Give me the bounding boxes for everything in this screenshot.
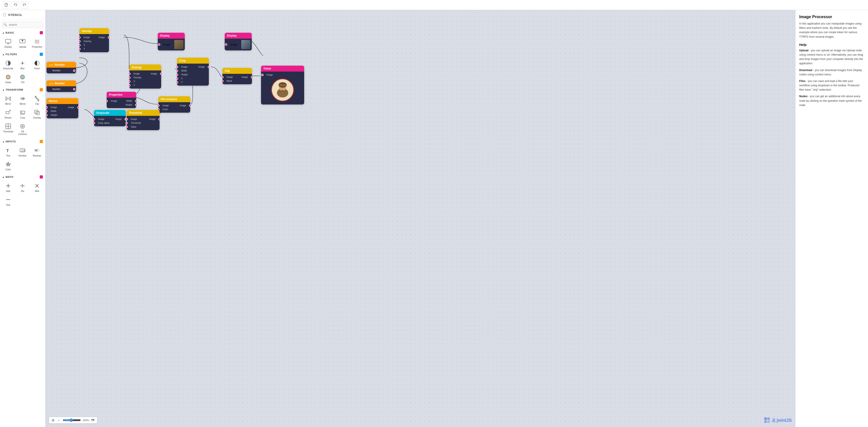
section-header-inputs[interactable]: ▲ INPUTS	[0, 139, 45, 144]
svg-point-11	[23, 63, 24, 64]
search-input[interactable]	[2, 22, 43, 28]
canvas-area[interactable]: ▲▼ Number Number ▲▼ Number Number	[45, 10, 795, 427]
node-number1-value: Number	[48, 68, 74, 73]
section-label-inputs: INPUTS	[6, 140, 16, 143]
svg-marker-43	[6, 162, 10, 166]
files-text: - you can save and load a file with your…	[799, 80, 859, 91]
svg-point-23	[22, 97, 25, 100]
port-left	[176, 70, 178, 72]
chevron-icon-inputs: ▲	[2, 140, 5, 143]
boolean-label: Boolean	[33, 154, 41, 157]
sidebar-item-properties[interactable]: Properties	[30, 36, 44, 50]
download-key: Download	[799, 68, 812, 72]
svg-rect-34	[36, 112, 39, 115]
sidebar-item-mult[interactable]: Mult	[30, 181, 44, 194]
sub-icon	[4, 196, 12, 203]
sidebar-item-boolean[interactable]: Boolean	[30, 145, 44, 158]
svg-point-12	[22, 61, 23, 62]
node-greyscale[interactable]: Greyscale Image Image Keep alpha	[94, 110, 126, 126]
zoom-fit-button[interactable]: ⊞	[51, 418, 55, 423]
sidebar-item-sub[interactable]: Sub	[1, 195, 15, 207]
resize-label: Resize	[5, 116, 12, 119]
port-left	[78, 44, 81, 46]
node-number2[interactable]: ▲▼ Number Number	[46, 80, 76, 92]
section-items-filters: Greyscale Blur Invert Sepia	[0, 57, 45, 87]
sidebar-item-overlay[interactable]: Overlay	[30, 108, 44, 120]
boolean-icon	[33, 147, 41, 154]
node-clip[interactable]: Clip Image Image Mask	[222, 68, 252, 84]
sidebar-item-display[interactable]: Display	[1, 36, 15, 50]
right-panel-help-title: Help	[799, 43, 864, 47]
node-resize[interactable]: Resize Image Image Width Height	[46, 98, 78, 118]
sidebar-item-clip[interactable]: Clip	[30, 93, 44, 107]
sidebar-item-color[interactable]: Color	[1, 159, 15, 172]
port-left	[105, 100, 108, 102]
mult-label: Mult	[35, 190, 39, 192]
text-label: Text	[6, 154, 10, 157]
node-threshold[interactable]: Threshold Image Image Threshold Value	[127, 110, 160, 130]
svg-rect-59	[767, 418, 770, 420]
sidebar-item-blend[interactable]: Blend	[16, 93, 30, 107]
sidebar-item-invert[interactable]: Invert	[30, 58, 44, 71]
node-token[interactable]: Token Image	[261, 66, 304, 105]
sidebar-item-tint[interactable]: Tint	[16, 72, 30, 85]
section-dot-filters	[40, 53, 43, 56]
sidebar-item-resize[interactable]: Resize	[1, 108, 15, 120]
section-items-inputs: T Text 123 Number Boolean Color	[0, 144, 45, 174]
sepia-icon	[4, 74, 12, 81]
sidebar-item-sepia[interactable]: Sepia	[1, 72, 15, 85]
zoom-reset-button[interactable]: ↔	[57, 418, 61, 423]
section-header-math[interactable]: ▲ MATH	[0, 174, 45, 180]
port-right	[160, 73, 162, 75]
node-properties[interactable]: Properties Image Width Height	[107, 92, 136, 108]
crop-icon	[19, 109, 26, 116]
node-overlay1[interactable]: Overlay Image Image Overlay X	[80, 28, 109, 52]
sidebar-item-greyscale[interactable]: Greyscale	[1, 58, 15, 71]
zoom-slider[interactable]	[63, 418, 81, 422]
sidebar-item-crop[interactable]: Crop	[16, 108, 30, 120]
svg-rect-61	[767, 420, 770, 423]
sidebar-item-text[interactable]: T Text	[1, 145, 15, 158]
sidebar-item-fill-contours[interactable]: Fill contours	[16, 121, 30, 137]
node-fill-contours[interactable]: Fill contours Image Image Color	[158, 96, 190, 113]
port-left	[128, 73, 130, 75]
svg-rect-32	[22, 111, 25, 113]
port-left	[78, 40, 81, 42]
node-number1[interactable]: ▲▼ Number Number	[46, 62, 76, 74]
right-panel-upload-help: Upload - you can upload an image via Upl…	[799, 48, 864, 66]
redo-button[interactable]	[21, 1, 28, 9]
node-overlay2[interactable]: Overlay Image Image Overlay X	[129, 64, 161, 89]
right-panel-description: In this application you can manipulate i…	[799, 22, 864, 39]
sidebar-item-upload[interactable]: Upload	[16, 36, 30, 50]
undo-button[interactable]	[12, 1, 19, 9]
app-title: STENCIL	[8, 13, 23, 17]
port-left	[93, 122, 95, 124]
zoom-map-button[interactable]: 🗺	[91, 418, 95, 423]
resize-icon	[4, 109, 12, 116]
sidebar-item-mirror[interactable]: Mirror	[1, 93, 15, 107]
section-header-basic[interactable]: ▲ BASIC	[0, 30, 45, 36]
add-label: Add	[6, 190, 10, 192]
sidebar-item-blur[interactable]: Blur	[16, 58, 30, 71]
sidebar-item-add[interactable]: Add	[1, 181, 15, 194]
display1-preview	[174, 40, 183, 49]
sidebar-item-threshold[interactable]: Threshold	[1, 121, 15, 137]
color-label: Color	[5, 168, 11, 171]
sidebar-item-number[interactable]: 123 Number	[16, 145, 30, 158]
section-label-basic: BASIC	[6, 31, 14, 34]
node-resize-title: Resize	[49, 99, 57, 103]
sidebar-item-div[interactable]: Div	[16, 181, 30, 194]
node-display2[interactable]: Display Image	[225, 33, 252, 50]
port-left	[78, 36, 81, 38]
section-label-transform: TRANSFORM	[6, 88, 23, 91]
sidebar-header: ⬡ STENCIL	[0, 10, 45, 20]
node-display1[interactable]: Display Image	[158, 33, 185, 50]
port-left	[45, 106, 48, 109]
port-left	[176, 78, 178, 80]
section-header-transform[interactable]: ▲ TRANSFORM	[0, 87, 45, 93]
crop-label: Crop	[20, 116, 25, 119]
section-header-filters[interactable]: ▲ FILTERS	[0, 51, 45, 57]
new-file-button[interactable]	[3, 1, 10, 9]
files-key: Files	[799, 80, 805, 83]
node-crop[interactable]: Crop Image Image Width Height	[177, 58, 209, 86]
